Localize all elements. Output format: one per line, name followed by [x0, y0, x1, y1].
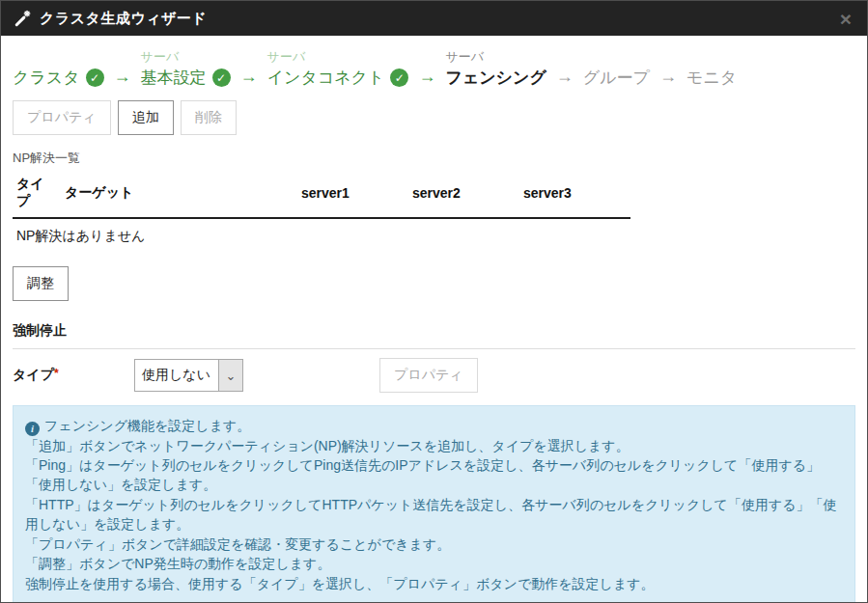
- np-table-empty-row: NP解決はありません: [13, 218, 630, 255]
- check-icon: ✓: [86, 69, 104, 87]
- step-fencing: サーバ フェンシング: [445, 48, 546, 89]
- step-sublabel: サーバ: [445, 48, 546, 67]
- info-line: 「調整」ボタンでNP発生時の動作を設定します。: [25, 554, 843, 573]
- column-target: ターゲット: [61, 169, 297, 218]
- step-arrow-icon: →: [650, 67, 686, 89]
- info-line: 強制停止を使用する場合、使用する「タイプ」を選択し、「プロパティ」ボタンで動作を…: [25, 574, 843, 593]
- cluster-wizard-dialog: クラスタ生成ウィザード × クラスタ ✓ → サーバ 基本設定 ✓ →: [0, 0, 868, 603]
- step-label: 基本設定: [141, 67, 207, 89]
- step-basic-settings[interactable]: サーバ 基本設定 ✓: [141, 48, 231, 89]
- step-label: フェンシング: [445, 67, 546, 89]
- info-line: 「Ping」はターゲット列のセルをクリックしてPing送信先のIPアドレスを設定…: [25, 455, 843, 495]
- close-icon[interactable]: ×: [838, 9, 854, 29]
- step-sublabel: サーバ: [141, 48, 231, 67]
- info-icon: i: [25, 422, 40, 436]
- np-table: タイプ ターゲット server1 server2 server3 NP解決はあ…: [13, 169, 630, 255]
- step-label: グループ: [583, 67, 650, 89]
- check-icon: ✓: [390, 69, 408, 87]
- wizard-stepper: クラスタ ✓ → サーバ 基本設定 ✓ → サーバ インタコネクト ✓: [13, 48, 855, 89]
- info-line: 「追加」ボタンでネットワークパーティション(NP)解決リソースを追加し、タイプを…: [25, 436, 843, 455]
- forced-stop-type-row: タイプ* 使用しない ⌄ プロパティ: [13, 358, 855, 393]
- delete-button[interactable]: 削除: [181, 100, 237, 135]
- forced-stop-property-button[interactable]: プロパティ: [379, 358, 478, 393]
- np-empty-message: NP解決はありません: [13, 218, 630, 255]
- info-line: 「プロパティ」ボタンで詳細設定を確認・変更することができます。: [25, 534, 843, 554]
- add-button[interactable]: 追加: [118, 100, 174, 135]
- title-bar: クラスタ生成ウィザード ×: [1, 1, 867, 36]
- type-label: タイプ*: [13, 367, 134, 384]
- dialog-body: クラスタ ✓ → サーバ 基本設定 ✓ → サーバ インタコネクト ✓: [1, 48, 867, 603]
- check-icon: ✓: [212, 69, 231, 87]
- column-server2: server2: [408, 169, 519, 218]
- step-monitor: モニタ: [686, 48, 737, 89]
- np-table-caption: NP解決一覧: [13, 150, 855, 167]
- step-cluster[interactable]: クラスタ ✓: [13, 48, 104, 89]
- forced-stop-type-select[interactable]: 使用しない ⌄: [134, 359, 243, 392]
- adjust-button[interactable]: 調整: [13, 266, 69, 301]
- step-interconnect[interactable]: サーバ インタコネクト ✓: [267, 48, 409, 89]
- np-toolbar: プロパティ 追加 削除: [13, 100, 855, 135]
- column-server1: server1: [297, 169, 408, 218]
- info-line: 「HTTP」はターゲット列のセルをクリックしてHTTPパケット送信先を設定し、各…: [25, 495, 843, 534]
- step-arrow-icon: →: [546, 67, 583, 89]
- step-group: グループ: [583, 48, 650, 89]
- info-box: iフェンシング機能を設定します。 「追加」ボタンでネットワークパーティション(N…: [13, 405, 855, 603]
- step-label: インタコネクト: [267, 67, 385, 89]
- step-label: モニタ: [686, 67, 737, 89]
- np-table-header-row: タイプ ターゲット server1 server2 server3: [13, 169, 630, 218]
- step-arrow-icon: →: [231, 67, 267, 89]
- step-sublabel: サーバ: [267, 48, 409, 67]
- step-label: クラスタ: [13, 67, 80, 89]
- step-arrow-icon: →: [104, 67, 141, 89]
- required-mark: *: [54, 367, 59, 380]
- chevron-down-icon: ⌄: [218, 360, 242, 391]
- forced-stop-heading: 強制停止: [13, 322, 855, 349]
- property-button[interactable]: プロパティ: [13, 100, 111, 135]
- selected-option: 使用しない: [135, 360, 218, 391]
- wand-icon: [14, 10, 32, 27]
- info-line: iフェンシング機能を設定します。: [25, 416, 843, 436]
- dialog-title: クラスタ生成ウィザード: [40, 10, 207, 28]
- column-server3: server3: [519, 169, 630, 218]
- column-type: タイプ: [13, 169, 61, 218]
- step-arrow-icon: →: [408, 67, 445, 89]
